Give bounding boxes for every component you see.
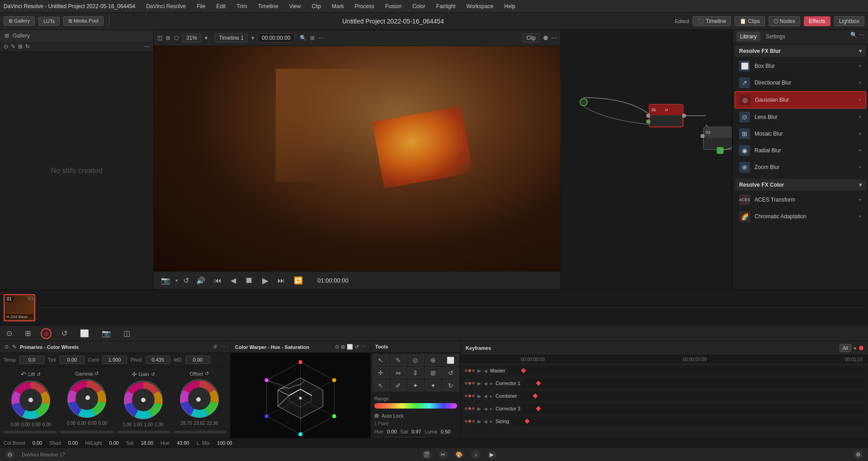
tool-vrt[interactable]: ⇕	[407, 367, 424, 379]
kf-sizing-expand[interactable]: ▶	[477, 419, 481, 424]
lift-reset-icon[interactable]: ↺	[37, 372, 41, 377]
bottom-tool-2[interactable]: ⊞	[22, 328, 33, 339]
camera-icon[interactable]: 📷	[159, 274, 172, 287]
fx-blur-section-header[interactable]: Resolve FX Blur ▾	[735, 45, 866, 57]
menu-fusion[interactable]: Fusion	[383, 2, 403, 10]
kf-c3-arrow[interactable]: ◀	[484, 406, 487, 411]
tool-zoom[interactable]: ⊕	[425, 354, 442, 366]
fx-blur-collapse-icon[interactable]: ▾	[859, 48, 862, 54]
menu-color[interactable]: Color	[410, 2, 427, 10]
status-icon-film[interactable]: 🎬	[422, 450, 431, 459]
gallery-button[interactable]: ⊞ Gallery	[4, 16, 35, 26]
timeline-chevron[interactable]: ▾	[251, 35, 254, 41]
timeline-more-icon[interactable]: ⋯	[318, 35, 324, 41]
bottom-tool-5[interactable]: ⬜	[77, 328, 92, 339]
more-icon[interactable]: ⋯	[859, 32, 864, 42]
gain-hslider[interactable]	[117, 431, 170, 433]
status-icon-gear[interactable]: ⚙	[854, 450, 863, 459]
lift-wheel[interactable]	[10, 380, 51, 420]
go-to-start-button[interactable]: ⏮	[212, 275, 223, 287]
offset-hslider[interactable]	[174, 431, 226, 433]
fx-item-gaussian-blur[interactable]: ◎ Gaussian Blur +	[735, 91, 866, 108]
kf-combiner-expand[interactable]: ▶	[477, 393, 481, 399]
lift-hslider[interactable]	[4, 431, 57, 433]
status-icon-1[interactable]: ⊙	[5, 450, 14, 459]
fx-item-zoom-blur[interactable]: ⊕ Zoom Blur +	[735, 159, 866, 175]
timeline-icon-3[interactable]: ⬡	[174, 35, 179, 41]
library-tab[interactable]: Library	[736, 32, 760, 42]
gallery-tool-3[interactable]: ⊞	[18, 43, 23, 50]
fx-item-mosaic-blur[interactable]: ⊞ Mosaic Blur +	[735, 126, 866, 142]
fx-item-radial-blur[interactable]: ◉ Radial Blur +	[735, 142, 866, 159]
kf-corrector3-timeline[interactable]	[523, 404, 864, 413]
media-pool-button[interactable]: ⊞ Media Pool	[63, 16, 104, 26]
bottom-tool-1[interactable]: ⊙	[4, 328, 15, 339]
clip-label[interactable]: Clip	[522, 33, 540, 42]
kf-sizing-arrow[interactable]: ◀	[484, 419, 487, 424]
kf-c3-expand[interactable]: ▶	[477, 406, 481, 412]
color-wheels-reset-icon[interactable]: ↺	[213, 344, 217, 350]
gain-reset-icon[interactable]: ↺	[151, 372, 155, 377]
luma-value[interactable]: 0.50	[441, 429, 450, 434]
kf-sizing-timeline[interactable]	[512, 417, 864, 426]
menu-process[interactable]: Process	[353, 2, 376, 10]
warper-reset-icon[interactable]: ↺	[355, 344, 359, 350]
auto-lock-dot[interactable]	[374, 414, 379, 418]
keyframes-chevron[interactable]: ▾	[854, 346, 856, 351]
status-icon-color[interactable]: 🎨	[455, 450, 464, 459]
menu-workspace[interactable]: Workspace	[465, 2, 495, 10]
gain-wheel[interactable]	[123, 380, 164, 420]
cont-value[interactable]: 1.000	[102, 356, 127, 364]
lightbox-nav-button[interactable]: Lightbox	[834, 16, 864, 26]
fx-item-chromatic-adaptation[interactable]: 🌈 Chromatic Adaptation +	[735, 208, 866, 225]
lens-blur-add-icon[interactable]: +	[859, 114, 862, 120]
gain-cross-icon[interactable]: ✛	[132, 371, 137, 378]
offset-wheel[interactable]	[179, 378, 220, 419]
fx-item-directional-blur[interactable]: ↗ Directional Blur +	[735, 75, 866, 91]
timeline-search-icon[interactable]: 🔍	[300, 35, 307, 41]
gallery-tool-2[interactable]: ✎	[11, 43, 15, 50]
params-sat-value[interactable]: 18.00	[141, 440, 153, 446]
sat-value[interactable]: 0.97	[411, 429, 421, 434]
status-icon-audio[interactable]: ♪	[471, 450, 480, 459]
menu-trim[interactable]: Trim	[235, 2, 249, 10]
chromatic-adaptation-add-icon[interactable]: +	[859, 213, 862, 220]
box-blur-add-icon[interactable]: +	[859, 63, 862, 69]
search-icon[interactable]: 🔍	[850, 32, 857, 42]
cam-chevron[interactable]: ▾	[175, 278, 178, 283]
params-lmix-value[interactable]: 100.00	[217, 440, 232, 446]
menu-mark[interactable]: Mark	[330, 2, 346, 10]
nodes-nav-button[interactable]: ⬡ Nodes	[769, 16, 800, 26]
warper-grid-icon[interactable]: ⊞	[341, 344, 345, 350]
tool-pen[interactable]: ✐	[390, 380, 407, 391]
tool-hrz[interactable]: ⇔	[390, 367, 407, 379]
tool-draw[interactable]: ✎	[390, 354, 407, 366]
radial-blur-add-icon[interactable]: +	[859, 147, 862, 154]
kf-master-expand[interactable]: ▶	[477, 368, 481, 374]
warper-expand-icon[interactable]: ⬜	[347, 344, 353, 350]
aces-transform-add-icon[interactable]: +	[859, 197, 862, 203]
gamma-hslider[interactable]	[60, 431, 113, 433]
keyframes-add-dot[interactable]	[859, 346, 863, 350]
bottom-tool-4[interactable]: ↺	[59, 328, 70, 339]
col-boost-value[interactable]: 0.00	[33, 440, 42, 446]
timeline-icon-2[interactable]: ⊞	[166, 35, 170, 41]
tool-select[interactable]: ↖	[373, 354, 389, 366]
clip-more-icon[interactable]: ⋯	[552, 35, 557, 41]
fx-color-collapse-icon[interactable]: ▾	[859, 182, 862, 188]
play-button[interactable]: ▶	[260, 274, 270, 287]
settings-tab[interactable]: Settings	[762, 32, 789, 42]
shad-value[interactable]: 0.00	[68, 440, 78, 446]
zoom-level[interactable]: 31%	[182, 33, 201, 42]
kf-combiner-timeline[interactable]	[520, 391, 864, 400]
status-icon-clip[interactable]: ✂	[439, 450, 448, 459]
menu-edit[interactable]: Edit	[214, 2, 227, 10]
loop-button[interactable]: 🔁	[292, 274, 305, 287]
kf-combiner-arrow[interactable]: ◀	[484, 394, 487, 399]
menu-davinci[interactable]: DaVinci Resolve	[144, 2, 188, 10]
color-warper-canvas[interactable]	[231, 353, 370, 438]
menu-help[interactable]: Help	[502, 2, 517, 10]
gallery-tool-5[interactable]: ⋯	[144, 43, 150, 50]
luts-button[interactable]: LUTs	[38, 17, 60, 26]
timeline-timecode[interactable]: 00:00:00:00	[258, 33, 294, 42]
